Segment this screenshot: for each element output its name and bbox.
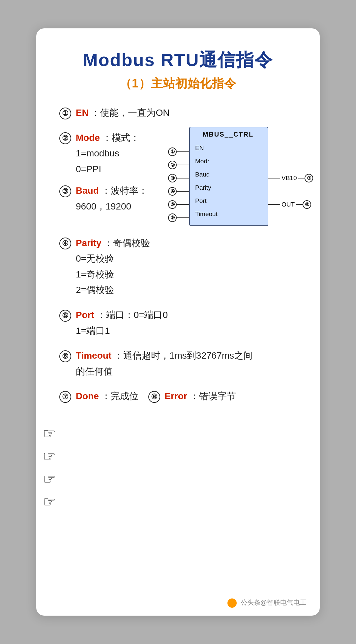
block-title: MBUS__CTRL: [195, 131, 261, 138]
parity-line-1: 0=无校验: [76, 251, 297, 267]
circle-d4: ④: [168, 187, 177, 196]
output-vb10-label: VB10: [282, 175, 297, 182]
output-out-label: OUT: [282, 201, 295, 208]
hand-icon-2: ☞: [43, 448, 56, 465]
hand-icon-3: ☞: [43, 470, 56, 487]
hline-1: [177, 151, 189, 152]
parity-text: ：奇偶校验: [104, 238, 150, 248]
section-4: ④ Parity ：奇偶校验 0=无校验 1=奇校验 2=偶校验: [59, 235, 297, 298]
block-diagram: ① ② ③ ④ ⑤: [168, 127, 313, 226]
input-row-5: ⑤: [168, 198, 189, 211]
timeout-line-1: 的任何值: [76, 364, 297, 379]
sub-title: （1）主站初始化指令: [59, 76, 297, 92]
diagram-left: ① ② ③ ④ ⑤: [168, 127, 189, 224]
circle-out-7: ⑦: [305, 174, 313, 182]
input-row-6: ⑥: [168, 211, 189, 224]
circle-5: ⑤: [59, 310, 71, 322]
spacer2: [268, 158, 313, 172]
port-timeout: Timeout: [195, 208, 261, 221]
circle-6: ⑥: [59, 350, 71, 362]
keyword-baud: Baud: [76, 185, 99, 196]
hline-3: [177, 178, 189, 178]
hline-out-2b: [296, 204, 303, 205]
en-text: ：使能，一直为ON: [91, 108, 169, 118]
circle-4: ④: [59, 238, 71, 249]
keyword-error: Error: [164, 391, 187, 401]
output-row-out: OUT ⑧: [268, 198, 313, 211]
parity-line-3: 2=偶校验: [76, 282, 297, 298]
input-row-2: ②: [168, 158, 189, 172]
circle-3: ③: [59, 185, 71, 197]
keyword-mode: Mode: [76, 133, 100, 143]
output-row-vb10: VB10 ⑦: [268, 172, 313, 185]
diagram-right: VB10 ⑦ OUT ⑧: [268, 127, 313, 211]
input-row-3: ③: [168, 172, 189, 185]
hand-icon-4: ☞: [43, 493, 56, 510]
port-baud: Baud: [195, 168, 261, 181]
cursor-area: ☞ ☞ ☞ ☞: [43, 425, 56, 510]
keyword-timeout: Timeout: [76, 350, 111, 361]
circle-2: ②: [59, 132, 71, 144]
timeout-lines: 的任何值: [76, 364, 297, 379]
hline-out-1b: [298, 178, 305, 178]
timeout-text: ：通信超时，1ms到32767ms之间: [114, 350, 252, 361]
circle-d6: ⑥: [168, 213, 177, 222]
block-box: MBUS__CTRL EN Modr Baud Parity Port Time…: [189, 127, 268, 226]
mode-lines: 1=modbus 0=PPI: [76, 145, 165, 177]
baud-lines: 9600，19200: [76, 199, 165, 214]
keyword-done: Done: [76, 391, 99, 401]
circle-out-8: ⑧: [303, 200, 311, 209]
main-title: Modbus RTU通信指令: [59, 48, 297, 72]
circle-8: ⑧: [148, 391, 160, 403]
circle-7: ⑦: [59, 391, 71, 403]
input-row-4: ④: [168, 185, 189, 198]
circle-1: ①: [59, 108, 71, 119]
done-text: ：完成位: [102, 391, 138, 401]
keyword-port: Port: [76, 310, 94, 320]
hand-icon-1: ☞: [43, 425, 56, 442]
port-parity: Parity: [195, 181, 261, 194]
section-1: ① EN ：使能，一直为ON: [59, 105, 297, 121]
port-line-1: 1=端口1: [76, 323, 297, 339]
hline-6: [177, 217, 189, 218]
main-card: Modbus RTU通信指令 （1）主站初始化指令 ① EN ：使能，一直为ON…: [36, 28, 320, 616]
port-modr: Modr: [195, 155, 261, 168]
mode-text: ：模式：: [103, 133, 139, 143]
mode-line-1: 1=modbus: [76, 145, 165, 161]
port-port: Port: [195, 194, 261, 208]
section-2: ② Mode ：模式： 1=modbus 0=PPI: [59, 130, 165, 177]
section-6: ⑥ Timeout ：通信超时，1ms到32767ms之间 的任何值: [59, 348, 297, 379]
footer: 公头条@智联电气电工: [227, 598, 307, 608]
baud-line-1: 9600，19200: [76, 199, 165, 214]
spacer3: [268, 185, 313, 198]
keyword-parity: Parity: [76, 238, 102, 248]
section-3: ③ Baud ：波特率： 9600，19200: [59, 183, 165, 214]
port-text: ：端口：0=端口0: [97, 310, 168, 320]
circle-d3: ③: [168, 174, 177, 182]
error-text: ：错误字节: [190, 391, 236, 401]
circle-d5: ⑤: [168, 200, 177, 209]
parity-lines: 0=无校验 1=奇校验 2=偶校验: [76, 251, 297, 298]
baud-text: ：波特率：: [102, 185, 148, 196]
port-en: EN: [195, 142, 261, 155]
hline-out-1: [268, 178, 280, 178]
hline-5: [177, 204, 189, 205]
input-row-1: ①: [168, 145, 189, 158]
hline-2: [177, 165, 189, 165]
circle-d2: ②: [168, 161, 177, 169]
section-78: ⑦ Done ：完成位 ⑧ Error ：错误字节: [59, 388, 297, 404]
keyword-en: EN: [76, 108, 89, 118]
mode-line-2: 0=PPI: [76, 161, 165, 177]
footer-icon: [227, 598, 237, 608]
hline-4: [177, 191, 189, 192]
section-5: ⑤ Port ：端口：0=端口0 1=端口1: [59, 307, 297, 338]
hline-out-2: [268, 204, 280, 205]
port-lines: 1=端口1: [76, 323, 297, 339]
footer-text: 公头条@智联电气电工: [241, 599, 307, 606]
parity-line-2: 1=奇校验: [76, 267, 297, 282]
spacer1: [268, 145, 313, 158]
circle-d1: ①: [168, 147, 177, 156]
